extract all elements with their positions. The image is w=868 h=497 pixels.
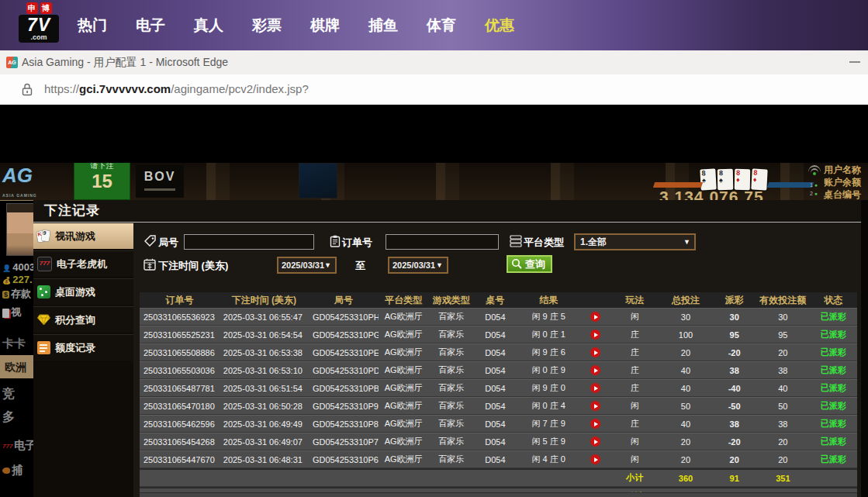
nav-item-棋牌[interactable]: 棋牌 [310,0,340,50]
replay-play-button[interactable] [590,365,600,375]
status-badge: 已派彩 [821,437,846,446]
column-header-订单号: 订单号 [140,292,220,308]
cell-round: GD054253310PG [309,326,379,343]
logo-tld: .com [19,34,59,41]
bet-time-label: 下注时间 (美东) [158,259,228,273]
replay-play-button[interactable] [590,401,600,411]
cell-result: 闲 0 庄 1 [516,326,581,343]
wifi-icon [808,165,821,174]
cell-payout: -20 [712,433,757,450]
column-header-有效投注额: 有效投注额 [756,292,809,308]
cell-bet: 50 [659,397,712,415]
cell-round: GD054253310P8 [309,415,379,433]
sidebar-item-额度记录[interactable]: 额度记录 [33,334,133,361]
replay-play-button[interactable] [590,454,600,464]
nav-item-体育[interactable]: 体育 [427,0,456,50]
subtotal-row: 小计36091351 [140,468,857,487]
nav-item-优惠[interactable]: 优惠 [485,0,514,50]
nav-item-捕鱼[interactable]: 捕鱼 [368,0,398,50]
screen-decor [299,163,337,198]
background-item-捕: 捕 [2,464,22,478]
table-number-label: 桌台编号 [824,188,861,201]
cell-side: 庄 [610,343,659,361]
to-label: 至 [355,259,365,273]
cell-status: 已派彩 [809,343,857,361]
search-button[interactable]: 查询 [507,255,552,273]
cell-round: GD054253310P7 [309,433,379,450]
cell-side: 闲 [610,433,659,450]
cell-game: 百家乐 [428,397,475,415]
subtotal-row-spacer [140,468,220,487]
cell-time: 2025-03-31 06:50:28 [220,397,309,415]
subtotal-row-spacer [516,468,581,487]
replay-play-button[interactable] [590,383,600,393]
dice-icon [37,285,50,299]
sidebar-item-桌面游戏[interactable]: 桌面游戏 [33,278,133,305]
date-to-select[interactable]: 2025/03/31▼ [388,257,448,274]
subtotal-row-spacer [220,468,309,487]
column-header-平台类型: 平台类型 [379,292,428,308]
sidebar-item-积分查询[interactable]: 积分查询 [33,306,133,333]
nav-item-热门[interactable]: 热门 [78,0,107,50]
nav-item-真人[interactable]: 真人 [194,0,223,50]
replay-play-button[interactable] [590,347,600,357]
cell-play [581,433,610,450]
cell-side: 庄 [610,326,659,343]
cell-round: GD054253310PH [309,308,379,326]
background-item-多: 多 [2,409,15,426]
bet-timer-value: 15 [74,171,130,192]
panel-title: 下注记录 [44,200,100,222]
tag-icon [144,235,157,247]
status-badge: 已派彩 [821,365,846,374]
cell-payout: -20 [712,343,757,361]
cell-side: 庄 [610,415,659,433]
minimize-button[interactable] [849,61,860,63]
cell-result: 闲 0 庄 9 [516,361,581,379]
calendar-icon [144,258,156,271]
url-text[interactable]: https://gci.7vvvvvv.com/agingame/pcv2/in… [44,74,309,104]
replay-play-button[interactable] [590,330,600,340]
nav-item-电子[interactable]: 电子 [136,0,165,50]
cell-time: 2025-03-31 06:51:54 [220,379,309,397]
date-from-select[interactable]: 2025/03/31▼ [277,257,337,274]
status-badge: 已派彩 [821,330,846,339]
replay-play-button[interactable] [590,437,600,447]
cell-payout: -50 [712,397,757,415]
seat-numbers: 1 ●2 ● [810,181,818,198]
avatar [6,203,35,256]
card-suit: ♦ [753,177,767,185]
moneybag-icon: 💰 [2,277,11,285]
nav-item-彩票[interactable]: 彩票 [252,0,282,50]
user-info: 1 ●2 ● 用户名称 账户余额 桌台编号 [808,164,861,201]
cell-bet: 100 [659,326,712,343]
site-logo[interactable]: 申 博 7V .com [14,2,64,43]
url-domain: gci.7vvvvvv.com [79,82,171,95]
background-item-电子: 777电子 [2,439,35,453]
round-input[interactable] [184,234,314,250]
window-titlebar: AG Asia Gaming - 用户配置 1 - Microsoft Edge [0,50,868,75]
cell-time: 2025-03-31 06:53:10 [220,361,309,379]
cell-round: GD054253310PE [309,343,379,361]
column-header-下注时间 (美东): 下注时间 (美东) [220,292,309,308]
cell-status: 已派彩 [809,379,857,397]
cell-status: 已派彩 [809,433,857,450]
cell-payout: 95 [712,326,757,343]
cell-platform: AG欧洲厅 [379,397,428,415]
subtotal-row-spacer [581,468,610,487]
logo-name: 7V [19,16,59,34]
order-input[interactable] [386,234,499,250]
background-item-竞: 竞 [2,386,15,402]
table-row: 2503310654476702025-03-31 06:48:31GD0542… [140,450,857,468]
background-left-column: 👤4003💰227.$存款视卡卡竞多777电子捕 欧洲 [0,200,35,497]
replay-play-button[interactable] [590,312,600,322]
sidebar-item-视讯游戏[interactable]: K9视讯游戏 [33,223,133,249]
url-bar[interactable]: https://gci.7vvvvvv.com/agingame/pcv2/in… [0,74,868,105]
platform-select[interactable]: 1.全部▼ [574,233,696,250]
chevron-down-icon: ▼ [683,235,690,249]
replay-play-button[interactable] [590,419,600,429]
panel-content: 局号 订单号 平台类型 1.全部▼ [133,223,861,497]
cell-game: 百家乐 [428,308,475,326]
column-header-桌号: 桌号 [475,292,516,308]
cell-result: 闲 4 庄 0 [516,450,581,468]
sidebar-item-电子老虎机[interactable]: 777电子老虎机 [33,250,133,277]
